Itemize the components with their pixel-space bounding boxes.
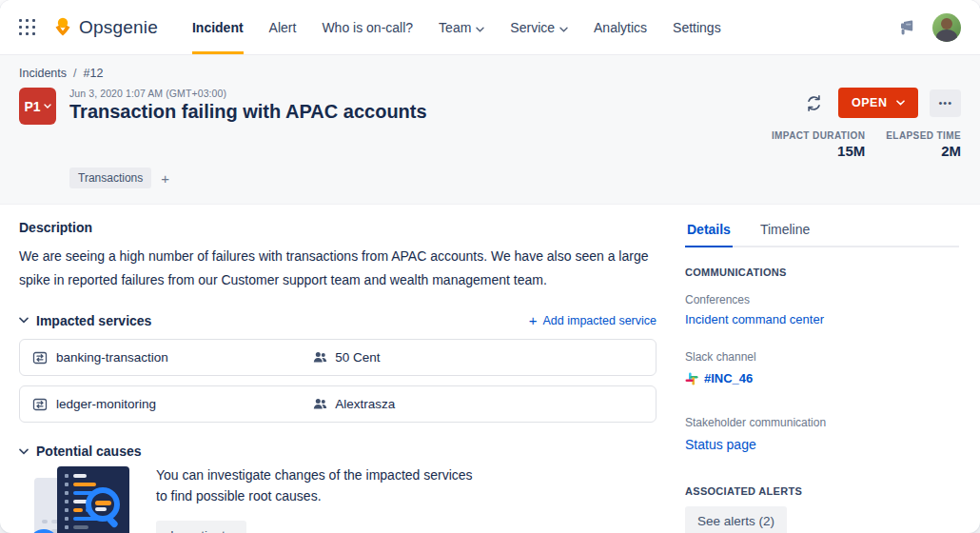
stakeholder-communication-label: Stakeholder communication — [685, 416, 959, 429]
opsgenie-logo-icon — [53, 17, 72, 38]
elapsed-time-metric: ELAPSED TIME 2M — [886, 130, 961, 159]
refresh-button[interactable] — [801, 90, 827, 116]
status-open-button[interactable]: OPEN — [838, 88, 918, 118]
nav-item-alert[interactable]: Alert — [269, 0, 297, 54]
nav-item-analytics[interactable]: Analytics — [594, 0, 647, 54]
impact-duration-label: IMPACT DURATION — [772, 130, 865, 141]
user-avatar[interactable] — [932, 13, 961, 42]
elapsed-time-label: ELAPSED TIME — [886, 130, 961, 141]
top-nav-bar: Opsgenie Incident Alert Who is on-call? … — [0, 0, 980, 54]
tab-details[interactable]: Details — [685, 219, 733, 247]
potential-causes-body: You can investigate changes of the impac… — [156, 464, 475, 507]
service-name: banking-transaction — [56, 350, 168, 365]
breadcrumb-current: #12 — [84, 67, 104, 80]
slack-channel-link[interactable]: #INC_46 — [685, 371, 753, 385]
nav-item-service[interactable]: Service — [510, 0, 568, 54]
incident-details-column: Description We are seeing a high number … — [0, 205, 677, 533]
potential-causes-toggle[interactable]: Potential causes — [19, 444, 142, 459]
description-body: We are seeing a high number of failures … — [19, 245, 652, 291]
team-icon — [313, 351, 327, 364]
incident-timestamp: Jun 3, 2020 1:07 AM (GMT+03:00) — [69, 88, 427, 99]
refresh-icon — [805, 94, 823, 112]
main-nav: Incident Alert Who is on-call? Team Serv… — [192, 0, 721, 54]
service-icon — [32, 350, 48, 365]
impacted-services-heading: Impacted services — [36, 313, 151, 328]
incident-metrics: IMPACT DURATION 15M ELAPSED TIME 2M — [772, 130, 961, 159]
tab-timeline[interactable]: Timeline — [758, 219, 812, 247]
slack-channel-label: Slack channel — [685, 350, 959, 364]
service-name: ledger-monitoring — [56, 397, 156, 411]
potential-causes-heading: Potential causes — [36, 444, 142, 459]
nav-item-who-is-on-call[interactable]: Who is on-call? — [322, 0, 413, 54]
sidebar-tabs: Details Timeline — [685, 219, 959, 247]
team-icon — [313, 398, 327, 410]
plus-icon: + — [529, 312, 538, 328]
chevron-down-icon — [44, 104, 51, 109]
incident-header: Incidents / #12 P1 Jun 3, 2020 1:07 AM (… — [0, 54, 980, 205]
add-impacted-service-link[interactable]: + Add impacted service — [529, 312, 657, 328]
description-heading: Description — [19, 220, 657, 235]
conferences-label: Conferences — [685, 293, 959, 306]
potential-causes-illustration — [19, 464, 131, 533]
slack-icon — [685, 372, 698, 385]
more-actions-button[interactable]: ••• — [930, 89, 961, 117]
service-owner: Alextrasza — [335, 397, 395, 411]
nav-item-incident[interactable]: Incident — [192, 0, 244, 54]
nav-item-team[interactable]: Team — [439, 0, 484, 54]
breadcrumb-incidents-link[interactable]: Incidents — [19, 67, 67, 80]
topbar-right — [896, 13, 961, 42]
status-page-link[interactable]: Status page — [685, 437, 756, 452]
impacted-services-toggle[interactable]: Impacted services — [19, 313, 151, 328]
brand-wordmark: Opsgenie — [79, 17, 158, 38]
chevron-down-icon — [19, 317, 29, 324]
breadcrumb-separator: / — [73, 67, 76, 80]
opsgenie-app-window: Opsgenie Incident Alert Who is on-call? … — [0, 0, 980, 533]
nav-item-settings[interactable]: Settings — [673, 0, 721, 54]
service-icon — [32, 397, 48, 412]
incident-title: Transaction failing with APAC accounts — [69, 101, 427, 123]
megaphone-icon[interactable] — [896, 18, 915, 37]
incident-sidebar: Details Timeline COMMUNICATIONS Conferen… — [677, 205, 980, 533]
see-alerts-button[interactable]: See alerts (2) — [685, 506, 787, 533]
chevron-down-icon — [896, 100, 905, 106]
service-owner: 50 Cent — [335, 350, 380, 365]
elapsed-time-value: 2M — [886, 143, 961, 159]
chevron-down-icon — [559, 20, 568, 35]
tag-chip[interactable]: Transactions — [69, 168, 151, 188]
app-switcher-icon[interactable] — [19, 19, 36, 36]
associated-alerts-heading: ASSOCIATED ALERTS — [685, 485, 959, 497]
investigate-button[interactable]: Investigate — [156, 521, 246, 533]
opsgenie-brand[interactable]: Opsgenie — [53, 17, 158, 38]
impact-duration-metric: IMPACT DURATION 15M — [772, 130, 865, 159]
breadcrumb: Incidents / #12 — [19, 67, 961, 80]
impacted-service-row[interactable]: banking-transaction 50 Cent — [19, 339, 657, 376]
chevron-down-icon — [476, 20, 484, 35]
impact-duration-value: 15M — [772, 143, 865, 159]
chevron-down-icon — [19, 448, 29, 455]
more-icon: ••• — [938, 97, 952, 109]
incident-command-center-link[interactable]: Incident command center — [685, 312, 824, 326]
priority-badge[interactable]: P1 — [19, 88, 56, 125]
add-tag-button[interactable]: + — [161, 170, 169, 187]
communications-heading: COMMUNICATIONS — [685, 266, 959, 278]
impacted-service-row[interactable]: ledger-monitoring Alextrasza — [19, 385, 657, 423]
